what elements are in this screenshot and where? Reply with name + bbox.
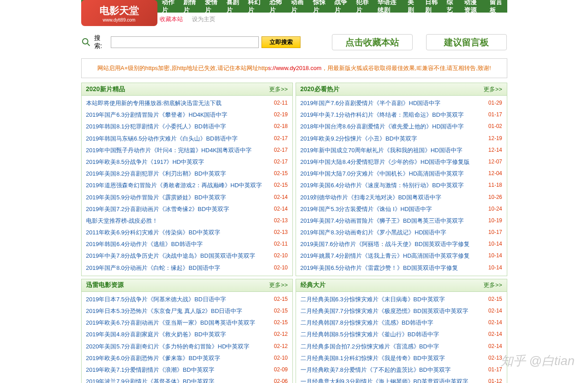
more-link[interactable]: 更多>> [269, 85, 287, 93]
date-label: 10-14 [488, 264, 502, 272]
movie-link[interactable]: 2019年美国7.2分喜剧动画片《冰雪奇缘2》BD中英双字 [86, 205, 270, 213]
movie-link[interactable]: 2019年欧美6.0分喜剧恐怖片《爹来靠》BD中英双字 [86, 354, 270, 362]
movie-link[interactable]: 2019年中美7.1分动作科幻片《终结者：黑暗命运》BD中英双字 [301, 111, 485, 119]
date-label: 10-17 [488, 229, 502, 237]
date-label: 02-10 [274, 264, 288, 272]
date-label: 02-12 [274, 330, 288, 339]
movie-link[interactable]: 2020年美国5.7分喜剧奇幻片《多力特的奇幻冒险》HD中英双字 [86, 343, 270, 351]
movie-link[interactable]: 2019年美国6.5分动作片《雷霆沙赞！》BD国英双语中字修复 [301, 264, 485, 272]
movie-link[interactable]: 2019美国7.6分动作片《阿丽塔：战斗天使》BD国英双语中字修复 [301, 240, 485, 248]
watermark: 知乎 @白tian [501, 352, 575, 370]
movie-link[interactable]: 2019年国产8.3分动画奇幻片《罗小黑战记》HD国语中字 [301, 229, 485, 237]
movie-link[interactable]: 电影天堂推荐榜-战疫必胜！ [86, 217, 270, 225]
date-label: 10-24 [488, 205, 502, 213]
date-label: 02-10 [274, 354, 288, 362]
date-label: 02-15 [274, 170, 288, 178]
movie-link[interactable]: 2019年姚晨7.4分剧情片《送我上青云》HD高清国语中英双字修复 [301, 252, 485, 260]
date-label: 02-13 [488, 354, 502, 362]
movie-link[interactable]: 2019年美国6.4分动作片《速度与激情：特别行动》BD中英双字 [301, 181, 485, 189]
movie-link[interactable]: 2011年欧美6.9分科幻灾难片《传染病》BD中英双字 [86, 229, 270, 237]
movie-link[interactable]: 2019年美国5.9分动作冒险片《霹雳娇娃》BD中英双字 [86, 194, 270, 202]
movie-link[interactable]: 2019年韩国马东锡6.5分动作灾难片《白头山》BD韩语中字 [86, 135, 270, 143]
movie-link[interactable]: 2019年国产7.6分喜剧爱情片《半个喜剧》HD国语中字 [301, 99, 485, 107]
search-button[interactable]: 立即搜索 [261, 36, 301, 48]
movie-link[interactable]: 二月经典多国合拍7.2分惊悚灾难片《盲流感》BD中字 [301, 343, 485, 351]
list-item: 2019刘德华动作片《扫毒2天地对决》BD国粤双语中字10-26 [301, 192, 502, 203]
more-link[interactable]: 更多>> [483, 85, 502, 93]
logo-url: www.dytt89.com [103, 18, 135, 22]
more-link[interactable]: 更多>> [483, 281, 502, 289]
search-input[interactable] [111, 36, 259, 48]
movie-link[interactable]: 2019年中国大陆8.4分爱情犯罪片《少年的你》HD国语中字修复版 [301, 158, 485, 166]
list-item: 2019年欧美7.1分爱情剧情片《浪潮》BD中英双字02-09 [86, 364, 288, 376]
date-label: 02-11 [274, 240, 288, 248]
movie-link[interactable]: 2019年波兰7.9分剧情片《基督圣体》BD中英双字 [86, 378, 270, 383]
notice-banner: 网站启用A+级别的https加密,原http地址已失效,请记住本站网址https… [81, 58, 507, 78]
list-item: 2019年美国7.4分动画冒险片《狮子王》BD国粤英三语中英双字10-19 [301, 215, 502, 227]
movie-link[interactable]: 2019年中国甄子丹动作片《叶问4：完结篇》HD4K国粤双语中字 [86, 146, 270, 154]
list-item: 二月经典韩国7.8分惊悚灾难片《流感》BD韩语中字02-14 [301, 317, 502, 329]
list-item: 2019年国产6.3分剧情冒险片《攀登者》HD4K国语中字02-19 [86, 109, 288, 121]
list-item: 2019年新中国成立70周年献礼片《我和我的祖国》HD国语中字12-14 [301, 145, 502, 156]
date-label: 11-18 [488, 181, 502, 189]
movie-link[interactable]: 二月经典美国8.1分科幻惊悚片《我是传奇》BD中英双字 [301, 354, 485, 362]
set-home-link[interactable]: 设为主页 [192, 15, 215, 23]
svg-line-1 [87, 44, 90, 46]
movie-link[interactable]: 2019年日本5.3分恐怖片《东京食尸鬼 真人版2》BD日语中字 [86, 307, 270, 315]
movie-link[interactable]: 2019年欧美7.1分爱情剧情片《浪潮》BD中英双字 [86, 366, 270, 374]
list-item: 二月经典美国6.3分惊悚灾难片《末日病毒》BD中英双字02-15 [301, 294, 502, 305]
movie-link[interactable]: 2019年国产8.0分动画片《白蛇：缘起》BD国语中字 [86, 264, 270, 272]
movie-link[interactable]: 2019年日本7.5分战争片《阿基米德大战》BD日语中字 [86, 295, 270, 304]
more-link[interactable]: 更多>> [269, 281, 287, 289]
date-label: 02-15 [274, 295, 288, 304]
date-label: 02-17 [274, 158, 288, 166]
movie-link[interactable]: 2019年国产5.3分古装爱情片《诛仙 I》HD国语中字 [301, 205, 485, 213]
movie-link[interactable]: 2019年道恩强森奇幻冒险片《勇敢者游戏2：再战巅峰》HD中英双字 [86, 181, 270, 189]
movie-link[interactable]: 2019年中国大陆7.0分灾难片《中国机长》HD高清国语中英双字 [301, 170, 485, 178]
date-label: 02-13 [274, 229, 288, 237]
fav-site-link[interactable]: 收藏本站 [160, 15, 183, 23]
movie-link[interactable]: 二月经典美国6.3分惊悚灾难片《末日病毒》BD中英双字 [301, 295, 485, 304]
date-label: 01-12 [488, 378, 502, 383]
date-label: 10-14 [488, 240, 502, 248]
movie-link[interactable]: 2019刘德华动作片《扫毒2天地对决》BD国粤双语中字 [301, 194, 485, 202]
movie-link[interactable]: 2019年新中国成立70周年献礼片《我和我的祖国》HD国语中字 [301, 146, 485, 154]
site-logo[interactable]: 电影天堂 www.dytt89.com [81, 0, 157, 26]
date-label: 02-18 [274, 123, 288, 131]
movie-link[interactable]: 本站即将使用新的专用播放器:彻底解决迅雷无法下载 [86, 99, 270, 107]
movie-link[interactable]: 二月经典韩国8.5分惊悚灾难片《釜山行》BD韩语中字 [301, 330, 485, 339]
movie-link[interactable]: 2019年国产6.3分剧情冒险片《攀登者》HD4K国语中字 [86, 111, 270, 119]
movie-link[interactable]: 2019年中美7.8分战争历史片《决战中途岛》BD国英双语中英双字 [86, 252, 270, 260]
movie-link[interactable]: 一月经典意大利9.3分剧情片《海上钢琴师》BD英意双语中英双字 [301, 378, 485, 383]
sub-nav: 电影天堂 www.dytt89.com 收藏本站 设为主页 [81, 13, 507, 26]
list-item: 2019年美国6.5分动作片《雷霆沙赞！》BD国英双语中字修复10-14 [301, 262, 502, 274]
search-icon [81, 37, 91, 48]
movie-link[interactable]: 2019年美国4.8分喜剧家庭片《救火奶爸》BD中英双字 [86, 330, 270, 339]
content-panel: 2020新片精品更多>>本站即将使用新的专用播放器:彻底解决迅雷无法下载02-1… [81, 83, 293, 276]
list-item: 2019年国产8.3分动画奇幻片《罗小黑战记》HD国语中字10-17 [301, 227, 502, 238]
favorite-site-button[interactable]: 点击收藏本站 [332, 34, 413, 50]
movie-link[interactable]: 2019年欧美9.2分惊悚片《小丑》BD中英双字 [301, 135, 485, 143]
content-panel: 经典大片更多>>二月经典美国6.3分惊悚灾难片《末日病毒》BD中英双字02-15… [296, 279, 507, 383]
movie-link[interactable]: 二月经典韩国7.8分惊悚灾难片《流感》BD韩语中字 [301, 319, 485, 327]
movie-link[interactable]: 2019年欧美6.7分喜剧动画片《亚当斯一家》BD国粤英语中英双字 [86, 319, 270, 327]
list-item: 2011年欧美6.9分科幻灾难片《传染病》BD中英双字02-13 [86, 227, 288, 238]
movie-link[interactable]: 2019年韩国8.1分犯罪剧情片《小委托人》BD韩语中字 [86, 123, 270, 131]
movie-link[interactable]: 二月经典美国7.7分惊悚灾难片《极度恐慌》BD国英双语中英双字 [301, 307, 485, 315]
movie-link[interactable]: 一月经典欧美7.8分爱情片《了不起的盖茨比》BD中英双字 [301, 366, 485, 374]
movie-link[interactable]: 2019年美国7.4分动画冒险片《狮子王》BD国粤英三语中英双字 [301, 217, 485, 225]
list-item: 2019年国产7.6分喜剧爱情片《半个喜剧》HD国语中字01-29 [301, 97, 502, 109]
date-label: 12-04 [488, 170, 502, 178]
movie-link[interactable]: 2019年美国8.2分喜剧犯罪片《利刃出鞘》BD中英双字 [86, 170, 270, 178]
date-label: 02-06 [274, 378, 288, 383]
panel-title: 2020必看热片 [301, 85, 340, 93]
movie-link[interactable]: 2019年韩国6.4分动作片《逃组》BD韩语中字 [86, 240, 270, 248]
list-item: 2019年欧美6.0分喜剧恐怖片《爹来靠》BD中英双字02-10 [86, 352, 288, 364]
list-item: 2019年中美7.1分动作科幻片《终结者：黑暗命运》BD中英双字01-17 [301, 109, 502, 121]
date-label: 02-15 [274, 307, 288, 315]
suggestion-board-button[interactable]: 建议留言板 [426, 34, 507, 50]
list-item: 2019年姚晨7.4分剧情片《送我上青云》HD高清国语中英双字修复10-14 [301, 250, 502, 262]
list-item: 2019年韩国8.1分犯罪剧情片《小委托人》BD韩语中字02-18 [86, 121, 288, 132]
movie-link[interactable]: 2019年欧美8.5分战争片《1917》HD中英双字 [86, 158, 270, 166]
movie-link[interactable]: 2018年中国台湾8.6分喜剧爱情片《谁先爱上他的》HD国语中字 [301, 123, 485, 131]
